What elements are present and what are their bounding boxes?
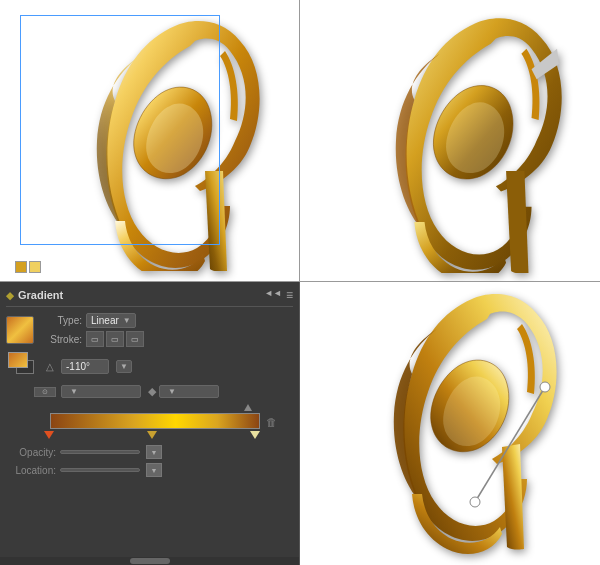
grad-bar-row: 🗑 — [6, 404, 293, 439]
panel-scrollbar[interactable] — [0, 557, 299, 565]
aspect-controls: ⊙ ▼ ◆ ▼ — [34, 385, 219, 398]
stop-dropdown-arrow: ▼ — [168, 387, 176, 396]
letter-container-br — [300, 282, 600, 565]
type-label: Type: — [42, 315, 82, 326]
foreground-swatch[interactable] — [8, 352, 28, 368]
canvas-top-left[interactable] — [0, 0, 300, 282]
delete-stop-icon[interactable]: 🗑 — [266, 416, 277, 428]
opacity-row: Opacity: ▼ — [6, 445, 293, 459]
angle-dropdown[interactable]: ▼ — [116, 360, 132, 373]
stroke-btn-2[interactable]: ▭ — [106, 331, 124, 347]
angle-dropdown-arrow: ▼ — [120, 362, 128, 371]
bottom-stops — [42, 429, 262, 439]
stroke-btn-1[interactable]: ▭ — [86, 331, 104, 347]
angle-value: -110° — [66, 361, 90, 372]
gold-letter-tl — [35, 11, 265, 271]
panel-icons: ◄◄ ≡ — [264, 288, 293, 302]
scale-dropdown-arrow: ▼ — [70, 387, 78, 396]
panel-title-container: ◆ Gradient — [6, 289, 63, 301]
canvas-top-right[interactable] — [300, 0, 600, 282]
location-row: Location: ▼ — [6, 463, 293, 477]
type-dropdown-value: Linear — [91, 315, 119, 326]
scrollbar-thumb — [130, 558, 170, 564]
opacity-dropdown[interactable]: ▼ — [146, 445, 162, 459]
letter-container-tl — [0, 0, 299, 281]
angle-triangle-icon: △ — [46, 361, 54, 372]
location-label: Location: — [6, 465, 56, 476]
gradient-bar[interactable] — [50, 413, 260, 429]
panel-diamond-icon: ◆ — [6, 290, 14, 301]
stop-left[interactable] — [44, 431, 54, 439]
stroke-control-row: Stroke: ▭ ▭ ▭ — [42, 331, 144, 347]
gold-letter-br — [315, 289, 585, 559]
panel-header: ◆ Gradient ◄◄ ≡ — [6, 286, 293, 307]
letter-container-tr — [300, 0, 600, 281]
color-indicators — [15, 261, 41, 273]
type-row: Type: Linear ▼ Stroke: ▭ ▭ ▭ — [6, 313, 293, 347]
stroke-label: Stroke: — [42, 334, 82, 345]
panel-collapse-icon[interactable]: ◄◄ — [264, 288, 282, 302]
panel-menu-icon[interactable]: ≡ — [286, 288, 293, 302]
stroke-btn-3[interactable]: ▭ — [126, 331, 144, 347]
angle-row: △ -110° ▼ — [8, 352, 293, 380]
angle-field[interactable]: -110° — [61, 359, 109, 374]
aspect-icon-1[interactable]: ⊙ — [34, 387, 56, 397]
aspect-row: ⊙ ▼ ◆ ▼ — [34, 385, 293, 398]
panel-title-text: Gradient — [18, 289, 63, 301]
gradient-bar-wrapper — [42, 404, 262, 439]
type-control-row: Type: Linear ▼ — [42, 313, 144, 328]
scale-dropdown[interactable]: ▼ — [61, 385, 141, 398]
type-dropdown[interactable]: Linear ▼ — [86, 313, 136, 328]
aspect-icons: ⊙ — [34, 387, 56, 397]
grad-swatch-area — [6, 316, 34, 344]
gradient-bar-area: 🗑 — [6, 404, 293, 439]
stroke-buttons: ▭ ▭ ▭ — [86, 331, 144, 347]
opacity-label: Opacity: — [6, 447, 56, 458]
stop-mid[interactable] — [147, 431, 157, 439]
location-input[interactable] — [60, 468, 140, 472]
canvas-bottom-right[interactable] — [300, 282, 600, 565]
stop-arrow-up[interactable] — [244, 404, 252, 411]
gold-letter-tr — [330, 8, 570, 273]
gradient-panel: ◆ Gradient ◄◄ ≡ Type: Li — [0, 282, 300, 565]
location-dropdown[interactable]: ▼ — [146, 463, 162, 477]
stop-right[interactable] — [250, 431, 260, 439]
dropdown-arrow-icon: ▼ — [123, 316, 131, 325]
opacity-input[interactable] — [60, 450, 140, 454]
color-swatches[interactable] — [8, 352, 36, 380]
gradient-thumbnail[interactable] — [6, 316, 34, 344]
type-controls: Type: Linear ▼ Stroke: ▭ ▭ ▭ — [42, 313, 144, 347]
top-stops — [42, 404, 262, 411]
main-grid: ◆ Gradient ◄◄ ≡ Type: Li — [0, 0, 600, 565]
diamond-stop-icon: ◆ — [148, 385, 156, 398]
stop-dropdown[interactable]: ▼ — [159, 385, 219, 398]
